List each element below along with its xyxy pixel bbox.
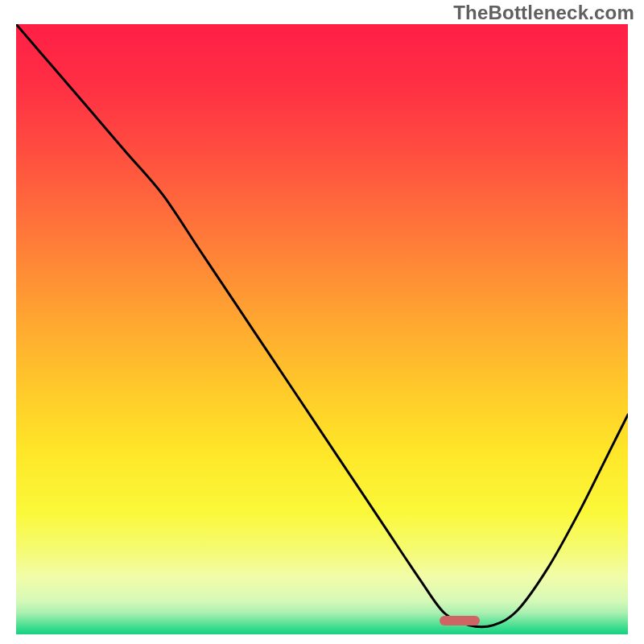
optimum-marker: [440, 616, 480, 625]
plot-area: [16, 24, 628, 634]
bottleneck-curve: [16, 24, 628, 627]
curve-layer: [16, 24, 628, 634]
watermark-text: TheBottleneck.com: [453, 2, 634, 24]
chart-stage: TheBottleneck.com: [0, 0, 644, 644]
